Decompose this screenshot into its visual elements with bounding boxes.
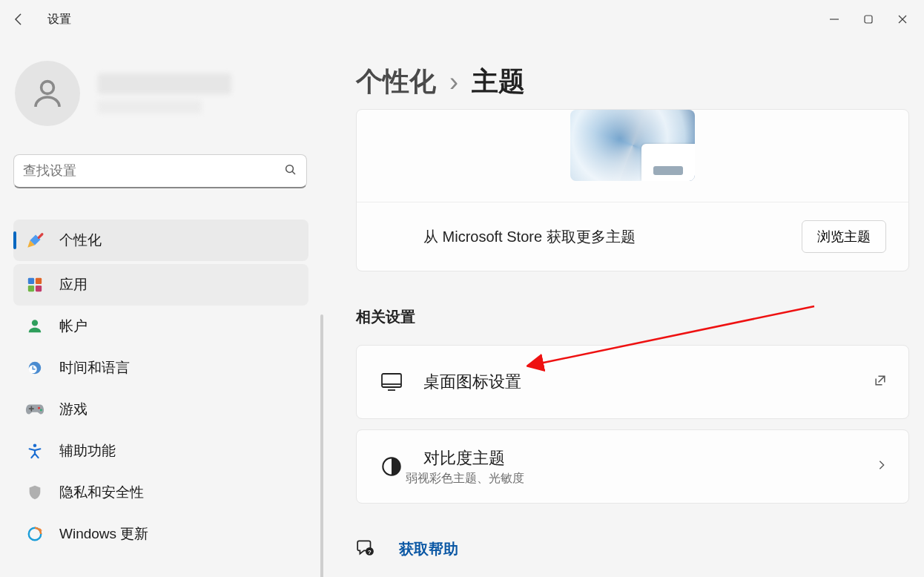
- svg-point-5: [286, 165, 294, 172]
- shield-icon: [24, 484, 46, 501]
- help-row: ? 获取帮助: [356, 538, 909, 560]
- time-language-icon: [24, 360, 46, 376]
- svg-rect-8: [28, 278, 34, 284]
- chevron-right-icon: ›: [449, 67, 458, 98]
- apps-icon: [24, 277, 46, 293]
- search-input[interactable]: [13, 154, 307, 188]
- accessibility-icon: [24, 443, 46, 459]
- nav-list: 个性化 应用 帐户 时间和语言: [13, 220, 308, 555]
- paintbrush-icon: [24, 231, 46, 250]
- svg-point-12: [32, 320, 38, 326]
- breadcrumb-parent[interactable]: 个性化: [356, 64, 436, 100]
- svg-point-15: [38, 407, 40, 409]
- search-icon: [284, 163, 297, 179]
- sidebar-item-label: 帐户: [59, 317, 88, 336]
- svg-point-17: [33, 444, 37, 447]
- svg-rect-11: [36, 286, 42, 291]
- sidebar-item-accessibility[interactable]: 辅助功能: [13, 430, 308, 472]
- desktop-icon: [377, 372, 406, 392]
- scrollbar[interactable]: [320, 314, 323, 577]
- sidebar-item-label: 游戏: [59, 400, 88, 419]
- contrast-themes-row[interactable]: 对比度主题 弱视彩色主题、光敏度: [356, 429, 909, 504]
- related-settings-heading: 相关设置: [356, 307, 909, 327]
- svg-point-16: [40, 409, 42, 411]
- user-info: [98, 73, 231, 113]
- contrast-themes-label: 对比度主题: [423, 447, 524, 469]
- main-panel: 个性化 › 主题 从 Microsoft Store 获取更多主题 浏览主题 相…: [323, 39, 924, 577]
- minimize-button[interactable]: [817, 4, 851, 34]
- gamepad-icon: [24, 402, 46, 417]
- sidebar-item-label: 个性化: [59, 231, 102, 250]
- sidebar-item-gaming[interactable]: 游戏: [13, 389, 308, 430]
- sidebar-item-accounts[interactable]: 帐户: [13, 306, 308, 347]
- svg-line-6: [292, 171, 295, 174]
- svg-rect-20: [382, 374, 401, 387]
- help-icon: ?: [356, 538, 375, 560]
- sidebar-item-apps[interactable]: 应用: [13, 264, 308, 306]
- maximize-button[interactable]: [851, 4, 885, 34]
- sidebar-item-label: Windows 更新: [59, 524, 148, 544]
- avatar: [15, 61, 80, 126]
- breadcrumb-current: 主题: [472, 64, 525, 100]
- svg-rect-1: [865, 16, 872, 23]
- store-themes-label: 从 Microsoft Store 获取更多主题: [423, 227, 636, 247]
- sidebar: 个性化 应用 帐户 时间和语言: [0, 39, 323, 577]
- contrast-icon: [377, 456, 406, 477]
- update-icon: [24, 526, 46, 542]
- svg-rect-9: [36, 278, 42, 284]
- open-external-icon: [873, 373, 888, 391]
- browse-themes-button[interactable]: 浏览主题: [802, 220, 886, 253]
- search-field[interactable]: [23, 163, 284, 179]
- theme-card: 从 Microsoft Store 获取更多主题 浏览主题: [356, 109, 909, 271]
- close-button[interactable]: [885, 4, 920, 34]
- sidebar-item-personalization[interactable]: 个性化: [13, 220, 308, 261]
- sidebar-item-label: 隐私和安全性: [59, 483, 144, 502]
- sidebar-item-label: 辅助功能: [59, 441, 116, 461]
- person-icon: [24, 318, 46, 334]
- sidebar-item-label: 时间和语言: [59, 358, 130, 377]
- get-help-link[interactable]: 获取帮助: [399, 539, 458, 559]
- sidebar-item-privacy[interactable]: 隐私和安全性: [13, 472, 308, 513]
- svg-marker-19: [39, 528, 42, 531]
- breadcrumb: 个性化 › 主题: [356, 64, 909, 100]
- user-profile[interactable]: [15, 61, 323, 126]
- desktop-icon-settings-row[interactable]: 桌面图标设置: [356, 345, 909, 419]
- get-more-themes-row: 从 Microsoft Store 获取更多主题 浏览主题: [357, 202, 908, 271]
- sidebar-item-windows-update[interactable]: Windows 更新: [13, 513, 308, 555]
- taskbar-preview: [641, 144, 695, 181]
- contrast-themes-sub: 弱视彩色主题、光敏度: [406, 471, 524, 487]
- sidebar-item-label: 应用: [59, 275, 88, 294]
- desktop-icon-settings-label: 桌面图标设置: [423, 371, 521, 393]
- theme-preview[interactable]: [570, 110, 695, 181]
- svg-rect-10: [28, 286, 34, 291]
- back-button[interactable]: [4, 4, 34, 34]
- window-title: 设置: [47, 12, 71, 27]
- svg-rect-7: [37, 232, 44, 239]
- svg-point-4: [42, 82, 54, 94]
- svg-text:?: ?: [368, 549, 372, 555]
- chevron-right-icon: [876, 459, 888, 474]
- sidebar-item-time-language[interactable]: 时间和语言: [13, 347, 308, 389]
